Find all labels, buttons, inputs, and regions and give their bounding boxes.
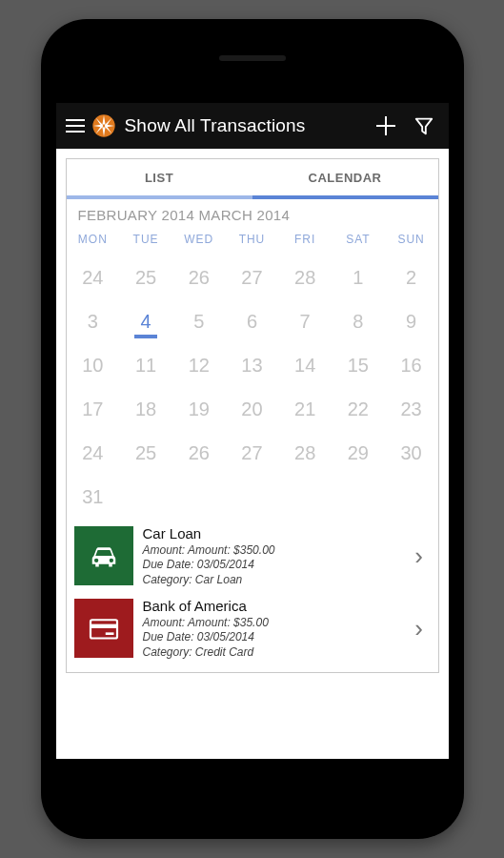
calendar-day[interactable]: 1	[332, 255, 385, 299]
calendar-day[interactable]: 13	[226, 343, 279, 387]
calendar-day[interactable]: 15	[332, 343, 385, 387]
calendar-day	[172, 475, 226, 519]
calendar-day[interactable]: 25	[119, 255, 172, 299]
calendar-day[interactable]: 10	[67, 343, 120, 387]
calendar-day[interactable]: 4	[119, 299, 172, 343]
view-tabs: LIST CALENDAR	[67, 159, 438, 199]
content-card: LIST CALENDAR FEBRUARY 2014 MARCH 2014 M…	[66, 158, 439, 673]
calendar-day[interactable]: 27	[226, 255, 279, 299]
calendar-day-header: SAT	[332, 227, 385, 255]
menu-icon[interactable]	[66, 119, 85, 133]
calendar-day[interactable]: 20	[226, 387, 279, 431]
phone-speaker	[219, 55, 286, 61]
app-icon	[91, 112, 117, 139]
calendar-day	[385, 475, 438, 519]
status-bar	[56, 84, 449, 103]
phone-screen: Show All Transactions LIST CALENDAR FEBR…	[56, 84, 449, 759]
calendar-day-header: FRI	[278, 227, 332, 255]
calendar-day-header: MON	[67, 227, 120, 255]
transaction-due-date: Due Date: 03/05/2014	[143, 558, 406, 573]
calendar-day[interactable]: 7	[278, 299, 332, 343]
filter-icon	[413, 115, 434, 136]
calendar-day[interactable]: 18	[119, 387, 172, 431]
svg-rect-2	[91, 624, 117, 628]
transaction-details: Bank of AmericaAmount: Amount: $35.00Due…	[143, 597, 406, 660]
calendar-day[interactable]: 22	[332, 387, 385, 431]
calendar-day[interactable]: 26	[172, 255, 226, 299]
calendar-day-header: TUE	[119, 227, 172, 255]
calendar-day[interactable]: 30	[385, 431, 438, 475]
tab-list[interactable]: LIST	[67, 159, 252, 199]
calendar-day	[226, 475, 279, 519]
calendar-day[interactable]: 8	[332, 299, 385, 343]
tab-calendar[interactable]: CALENDAR	[252, 159, 438, 199]
transaction-amount: Amount: Amount: $350.00	[143, 543, 406, 559]
calendar-day[interactable]: 16	[385, 343, 438, 387]
calendar-day	[278, 475, 332, 519]
transaction-due-date: Due Date: 03/05/2014	[143, 630, 406, 645]
calendar-day[interactable]: 9	[385, 299, 438, 343]
svg-rect-3	[105, 633, 113, 636]
transaction-title: Bank of America	[143, 597, 406, 616]
page-title: Show All Transactions	[125, 115, 367, 136]
transaction-row[interactable]: Bank of AmericaAmount: Amount: $35.00Due…	[67, 591, 438, 664]
calendar-day	[332, 475, 385, 519]
calendar-day-header: WED	[172, 227, 226, 255]
calendar-day[interactable]: 29	[332, 431, 385, 475]
calendar-day[interactable]: 17	[67, 387, 120, 431]
calendar-day[interactable]: 25	[119, 431, 172, 475]
calendar-day[interactable]: 14	[278, 343, 332, 387]
calendar-day[interactable]: 2	[385, 255, 438, 299]
plus-icon	[376, 116, 395, 135]
action-bar: Show All Transactions	[56, 103, 449, 149]
calendar-day[interactable]: 24	[67, 255, 120, 299]
transaction-title: Car Loan	[143, 524, 406, 543]
calendar-day-header: SUN	[385, 227, 438, 255]
calendar-day[interactable]: 19	[172, 387, 226, 431]
calendar-day[interactable]: 23	[385, 387, 438, 431]
calendar-day[interactable]: 28	[278, 255, 332, 299]
transaction-details: Car LoanAmount: Amount: $350.00Due Date:…	[143, 524, 406, 587]
add-button[interactable]	[367, 116, 405, 135]
transaction-category: Category: Car Loan	[143, 573, 406, 588]
calendar-grid: MONTUEWEDTHUFRISATSUN 242526272812345678…	[67, 227, 438, 519]
transaction-category: Category: Credit Card	[143, 645, 406, 661]
calendar-day[interactable]: 6	[226, 299, 279, 343]
filter-button[interactable]	[405, 115, 443, 136]
calendar-day[interactable]: 3	[67, 299, 120, 343]
calendar-day[interactable]: 27	[226, 431, 279, 475]
car-icon	[74, 526, 133, 585]
transaction-amount: Amount: Amount: $35.00	[143, 616, 406, 631]
transaction-row[interactable]: Car LoanAmount: Amount: $350.00Due Date:…	[67, 519, 438, 591]
calendar-day[interactable]: 28	[278, 431, 332, 475]
calendar-day[interactable]: 12	[172, 343, 226, 387]
credit-card-icon	[74, 599, 133, 658]
calendar-day-header: THU	[226, 227, 279, 255]
calendar-day[interactable]: 26	[172, 431, 226, 475]
calendar-day	[119, 475, 172, 519]
calendar-day[interactable]: 11	[119, 343, 172, 387]
chevron-right-icon[interactable]: ›	[406, 614, 433, 644]
calendar-day[interactable]: 24	[67, 431, 120, 475]
calendar-day[interactable]: 5	[172, 299, 226, 343]
month-label: FEBRUARY 2014 MARCH 2014	[67, 199, 438, 227]
calendar-day[interactable]: 31	[67, 475, 120, 519]
phone-frame: Show All Transactions LIST CALENDAR FEBR…	[41, 19, 464, 839]
calendar-day[interactable]: 21	[278, 387, 332, 431]
chevron-right-icon[interactable]: ›	[406, 541, 433, 571]
svg-rect-1	[91, 621, 117, 639]
